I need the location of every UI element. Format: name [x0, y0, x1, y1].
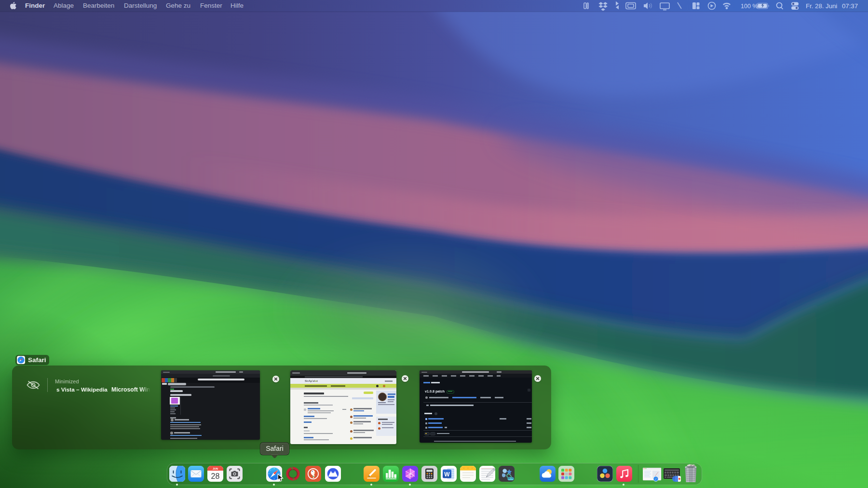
svg-text:W: W — [444, 471, 450, 478]
svg-text:100 %: 100 % — [741, 3, 758, 10]
svg-text:Fr. 28. Juni: Fr. 28. Juni — [806, 2, 837, 10]
svg-text:07:37: 07:37 — [842, 2, 858, 10]
svg-text:JUN: JUN — [213, 467, 218, 470]
svg-text:28: 28 — [211, 472, 220, 480]
svg-text:BETA: BETA — [508, 477, 514, 480]
